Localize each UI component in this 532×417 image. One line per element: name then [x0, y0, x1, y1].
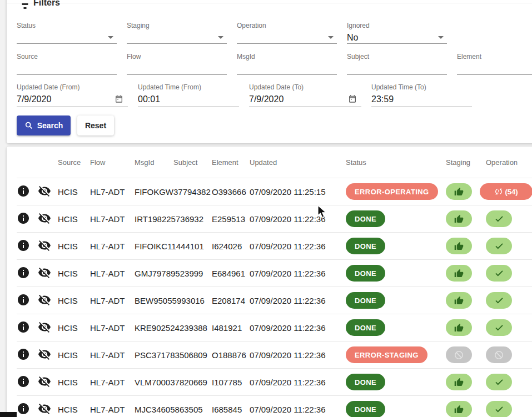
eye-off-icon[interactable] [38, 184, 51, 198]
element-filter-input[interactable]: Element [457, 53, 532, 75]
eye-off-icon[interactable] [38, 293, 51, 307]
operation-done-button[interactable] [486, 238, 512, 254]
source-cell: HCIS [58, 378, 90, 387]
calendar-icon[interactable] [115, 94, 123, 103]
divider [7, 3, 532, 3]
ignored-filter-select[interactable]: Ignored No [347, 22, 447, 44]
check-icon [494, 377, 504, 387]
flow-cell: HL7-ADT [90, 187, 135, 197]
operation-done-button[interactable] [486, 319, 512, 336]
operation-done-button[interactable] [486, 265, 512, 282]
operation-done-button[interactable] [486, 374, 512, 390]
staging-approve-button[interactable] [446, 183, 472, 200]
staging-filter-select[interactable]: Staging [127, 22, 227, 44]
info-icon[interactable] [17, 293, 30, 307]
source-cell: HCIS [58, 296, 90, 305]
eye-off-icon[interactable] [38, 239, 51, 252]
staging-approve-button[interactable] [446, 238, 472, 254]
search-icon [24, 121, 33, 130]
table-row: HCIS HL7-ADT GMJ79789523999 E684961 07/0… [17, 259, 532, 287]
updated-date-from-input[interactable]: Updated Date (From) 7/9/2020 [17, 83, 128, 107]
operation-done-button[interactable] [486, 401, 512, 417]
filter-actions: Search Reset [17, 115, 114, 135]
updated-date-from-value: 7/9/2020 [17, 93, 128, 107]
table-row: HCIS HL7-ADT FIFOIKC11444101 I624026 07/… [17, 232, 532, 259]
msgid-cell: KRE902524239388 [135, 323, 173, 333]
staging-approve-button[interactable] [446, 265, 472, 282]
status-filter-select[interactable]: Status [17, 22, 117, 44]
updated-cell: 07/09/2020 11:22:36 [250, 350, 346, 360]
search-button[interactable]: Search [17, 115, 71, 135]
status-badge: DONE [346, 210, 385, 227]
element-filter-value [457, 63, 532, 75]
info-icon[interactable] [17, 184, 30, 198]
eye-off-icon[interactable] [38, 212, 51, 225]
table-row: HCIS HL7-ADT FIFOKGW37794382 O393666 07/… [17, 178, 532, 205]
header-msgid: MsgId [135, 158, 173, 167]
staging-approve-button[interactable] [446, 374, 472, 390]
thumb-up-icon [454, 242, 464, 251]
info-icon[interactable] [17, 375, 30, 388]
results-table: Source Flow MsgId Subject Element Update… [7, 147, 532, 417]
info-icon[interactable] [17, 266, 30, 279]
eye-off-icon[interactable] [38, 375, 51, 388]
info-icon[interactable] [17, 239, 30, 252]
eye-off-icon[interactable] [38, 320, 51, 334]
reset-button[interactable]: Reset [77, 115, 114, 135]
source-cell: HCIS [58, 187, 90, 197]
reset-button-label: Reset [85, 121, 106, 130]
source-filter-input[interactable]: Source [17, 53, 117, 75]
info-icon[interactable] [17, 348, 30, 361]
thumb-up-icon [454, 323, 464, 333]
element-cell: O188876 [212, 350, 250, 360]
status-badge: DONE [346, 238, 385, 254]
info-icon[interactable] [17, 212, 30, 225]
source-cell: HCIS [58, 323, 90, 333]
msgid-filter-input[interactable]: MsgId [237, 53, 337, 75]
block-icon [454, 350, 464, 360]
eye-off-icon[interactable] [38, 266, 51, 279]
updated-time-from-input[interactable]: Updated Time (From) 00:01 [138, 83, 239, 107]
updated-date-to-input[interactable]: Updated Date (To) 7/9/2020 [249, 83, 361, 107]
element-cell: I624026 [212, 242, 250, 251]
source-cell: HCIS [58, 269, 90, 278]
staging-approve-button[interactable] [446, 292, 472, 309]
updated-time-to-input[interactable]: Updated Time (To) 23:59 [371, 83, 472, 107]
table-row: HCIS HL7-ADT BEW95055993016 E208174 07/0… [17, 287, 532, 314]
chevron-down-icon [108, 36, 113, 39]
updated-date-to-label: Updated Date (To) [249, 83, 361, 91]
msgid-cell: BEW95055993016 [135, 296, 173, 305]
element-cell: E684961 [212, 269, 250, 278]
staging-approve-button[interactable] [446, 401, 472, 417]
staging-approve-button[interactable] [446, 319, 472, 336]
filters-title: Filters [33, 0, 60, 8]
operation-done-button[interactable] [486, 292, 512, 309]
dropdown-filter-row: Status Staging Operation Ignored No [17, 22, 447, 44]
sync-problem-icon [494, 187, 503, 196]
thumb-up-icon [454, 405, 464, 414]
operation-done-button[interactable] [486, 210, 512, 227]
header-element: Element [212, 158, 250, 167]
operation-filter-select[interactable]: Operation [237, 22, 337, 44]
staging-approve-button[interactable] [446, 210, 472, 227]
msgid-filter-label: MsgId [237, 53, 337, 61]
flow-cell: HL7-ADT [90, 405, 135, 414]
eye-off-icon[interactable] [38, 402, 51, 415]
table-body: HCIS HL7-ADT FIFOKGW37794382 O393666 07/… [17, 178, 532, 417]
check-icon [494, 295, 504, 305]
operation-retry-button[interactable]: (54) [480, 183, 532, 200]
chevron-down-icon [218, 36, 223, 39]
datetime-filter-row: Updated Date (From) 7/9/2020 Updated Tim… [17, 83, 472, 107]
status-badge: DONE [346, 401, 385, 417]
check-icon [494, 241, 504, 251]
info-icon[interactable] [17, 402, 30, 415]
flow-filter-input[interactable]: Flow [127, 53, 227, 75]
source-cell: HCIS [58, 405, 90, 414]
eye-off-icon[interactable] [38, 348, 51, 361]
filter-list-icon [20, 0, 30, 6]
header-flow: Flow [90, 158, 135, 167]
subject-filter-input[interactable]: Subject [347, 53, 447, 75]
calendar-icon[interactable] [348, 94, 357, 103]
source-cell: HCIS [58, 242, 90, 251]
info-icon[interactable] [17, 320, 30, 334]
